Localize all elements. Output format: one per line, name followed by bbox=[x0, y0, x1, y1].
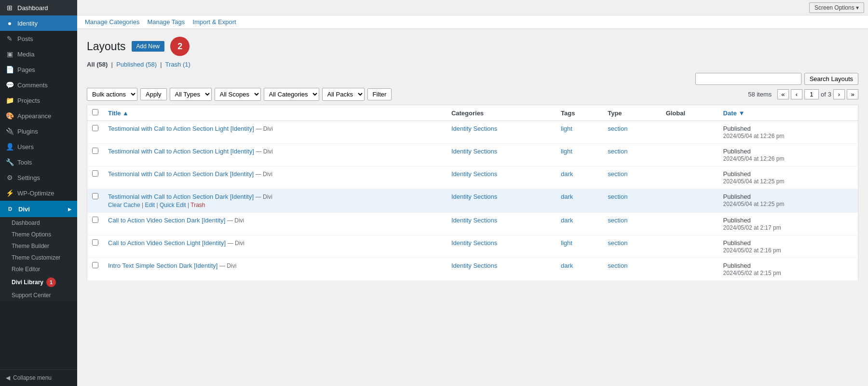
sidebar-item-identity[interactable]: ● Identity bbox=[0, 15, 77, 31]
type-link[interactable]: section bbox=[608, 193, 627, 200]
page-of: of bbox=[821, 91, 826, 98]
filter-trash[interactable]: Trash (1) bbox=[165, 61, 190, 68]
sidebar-item-users[interactable]: 👤 Users bbox=[0, 139, 77, 154]
page-input[interactable] bbox=[804, 89, 819, 99]
sidebar-item-dashboard[interactable]: ⊞ Dashboard bbox=[0, 0, 77, 15]
type-link[interactable]: section bbox=[608, 217, 627, 224]
th-checkbox bbox=[87, 105, 104, 121]
row-title-cell: Testimonial with Call to Action Section … bbox=[103, 166, 447, 189]
row-title-link[interactable]: Testimonial with Call to Action Section … bbox=[108, 125, 254, 132]
next-page-button[interactable]: › bbox=[833, 89, 845, 99]
category-link[interactable]: Identity Sections bbox=[451, 125, 497, 132]
subnav-manage-tags[interactable]: Manage Tags bbox=[147, 18, 185, 26]
row-checkbox[interactable] bbox=[92, 170, 98, 177]
row-title-link[interactable]: Call to Action Video Section Light [Iden… bbox=[108, 239, 226, 247]
clear-cache-link[interactable]: Clear Cache bbox=[108, 202, 140, 208]
row-tag-cell: dark bbox=[556, 189, 603, 213]
sidebar-item-comments[interactable]: 💬 Comments bbox=[0, 77, 77, 93]
prev-page-button[interactable]: ‹ bbox=[791, 89, 802, 99]
type-link[interactable]: section bbox=[608, 148, 627, 155]
sidebar-item-posts[interactable]: ✎ Posts bbox=[0, 31, 77, 46]
quick-edit-link[interactable]: Quick Edit bbox=[160, 202, 186, 208]
tag-link[interactable]: dark bbox=[561, 262, 573, 269]
row-checkbox-cell bbox=[87, 121, 104, 144]
sidebar-item-plugins[interactable]: 🔌 Plugins bbox=[0, 124, 77, 139]
row-checkbox[interactable] bbox=[92, 217, 98, 223]
row-global-cell bbox=[661, 213, 719, 235]
filter-published[interactable]: Published (58) bbox=[116, 61, 157, 68]
sidebar-item-tools[interactable]: 🔧 Tools bbox=[0, 154, 77, 170]
category-link[interactable]: Identity Sections bbox=[451, 217, 497, 224]
first-page-button[interactable]: « bbox=[777, 89, 789, 99]
tag-link[interactable]: light bbox=[561, 239, 572, 247]
divi-subitem-theme-options[interactable]: Theme Options bbox=[0, 229, 77, 240]
sidebar-item-pages[interactable]: 📄 Pages bbox=[0, 62, 77, 77]
row-checkbox[interactable] bbox=[92, 193, 98, 199]
divi-subitem-divi-library[interactable]: Divi Library 1 bbox=[0, 275, 77, 290]
row-title-link[interactable]: Call to Action Video Section Dark [Ident… bbox=[108, 217, 225, 224]
apply-button[interactable]: Apply bbox=[140, 88, 167, 100]
table-row: Testimonial with Call to Action Section … bbox=[87, 144, 858, 166]
divi-subitem-dashboard[interactable]: Dashboard bbox=[0, 217, 77, 229]
type-link[interactable]: section bbox=[608, 170, 627, 178]
th-categories: Categories bbox=[447, 105, 556, 121]
bulk-actions-select[interactable]: Bulk actions bbox=[87, 88, 137, 101]
screen-options-button[interactable]: Screen Options ▾ bbox=[809, 2, 864, 13]
th-date[interactable]: Date ▼ bbox=[719, 105, 858, 121]
row-date-cell: Published 2024/05/02 at 2:17 pm bbox=[719, 213, 858, 235]
sidebar-item-settings[interactable]: ⚙ Settings bbox=[0, 170, 77, 185]
row-subtitle: — Divi bbox=[228, 240, 244, 247]
row-checkbox[interactable] bbox=[92, 262, 98, 268]
select-all-checkbox[interactable] bbox=[92, 109, 98, 115]
sidebar-item-projects[interactable]: 📁 Projects bbox=[0, 93, 77, 108]
type-link[interactable]: section bbox=[608, 239, 627, 247]
row-title-link[interactable]: Testimonial with Call to Action Section … bbox=[108, 148, 254, 155]
collapse-menu-button[interactable]: ◀ Collapse menu bbox=[0, 369, 77, 386]
tag-link[interactable]: light bbox=[561, 148, 572, 155]
divi-subitem-theme-customizer[interactable]: Theme Customizer bbox=[0, 252, 77, 263]
divi-subitem-support-center[interactable]: Support Center bbox=[0, 290, 77, 301]
tag-link[interactable]: dark bbox=[561, 170, 573, 178]
tag-link[interactable]: dark bbox=[561, 193, 573, 200]
category-link[interactable]: Identity Sections bbox=[451, 239, 497, 247]
row-checkbox[interactable] bbox=[92, 148, 98, 154]
th-title[interactable]: Title ▲ bbox=[103, 105, 447, 121]
trash-link[interactable]: Trash bbox=[190, 202, 205, 208]
users-icon: 👤 bbox=[6, 143, 14, 151]
all-scopes-select[interactable]: All Scopes bbox=[215, 88, 261, 101]
search-layouts-button[interactable]: Search Layouts bbox=[804, 73, 858, 85]
subnav-manage-categories[interactable]: Manage Categories bbox=[85, 18, 139, 26]
sidebar-item-wp-optimize[interactable]: ⚡ WP-Optimize bbox=[0, 185, 77, 201]
tag-link[interactable]: dark bbox=[561, 217, 573, 224]
edit-link[interactable]: Edit bbox=[145, 202, 155, 208]
all-packs-select[interactable]: All Packs bbox=[322, 88, 365, 101]
all-categories-select[interactable]: All Categories bbox=[264, 88, 319, 101]
row-checkbox[interactable] bbox=[92, 125, 98, 131]
category-link[interactable]: Identity Sections bbox=[451, 170, 497, 178]
row-title-cell: Call to Action Video Section Light [Iden… bbox=[103, 235, 447, 258]
divi-subitem-theme-builder[interactable]: Theme Builder bbox=[0, 240, 77, 252]
search-input[interactable] bbox=[695, 73, 801, 85]
filter-all[interactable]: All (58) bbox=[87, 61, 108, 68]
sidebar-item-appearance[interactable]: 🎨 Appearance bbox=[0, 108, 77, 124]
type-link[interactable]: section bbox=[608, 125, 627, 132]
all-types-select[interactable]: All Types bbox=[170, 88, 212, 101]
divi-menu-header[interactable]: D Divi ▸ bbox=[0, 201, 77, 217]
row-title-link[interactable]: Testimonial with Call to Action Section … bbox=[108, 193, 254, 200]
add-new-button[interactable]: Add New bbox=[132, 41, 165, 52]
category-link[interactable]: Identity Sections bbox=[451, 193, 497, 200]
divi-subitem-role-editor[interactable]: Role Editor bbox=[0, 263, 77, 275]
row-title-link[interactable]: Intro Text Simple Section Dark [Identity… bbox=[108, 262, 217, 269]
comments-icon: 💬 bbox=[6, 81, 14, 89]
last-page-button[interactable]: » bbox=[847, 89, 858, 99]
category-link[interactable]: Identity Sections bbox=[451, 262, 497, 269]
category-link[interactable]: Identity Sections bbox=[451, 148, 497, 155]
row-checkbox[interactable] bbox=[92, 239, 98, 246]
sidebar-item-media[interactable]: ▣ Media bbox=[0, 46, 77, 62]
subnav-import-export[interactable]: Import & Export bbox=[192, 18, 236, 26]
filter-button[interactable]: Filter bbox=[367, 88, 392, 100]
type-link[interactable]: section bbox=[608, 262, 627, 269]
row-category-cell: Identity Sections bbox=[447, 235, 556, 258]
row-title-link[interactable]: Testimonial with Call to Action Section … bbox=[108, 170, 254, 178]
tag-link[interactable]: light bbox=[561, 125, 572, 132]
